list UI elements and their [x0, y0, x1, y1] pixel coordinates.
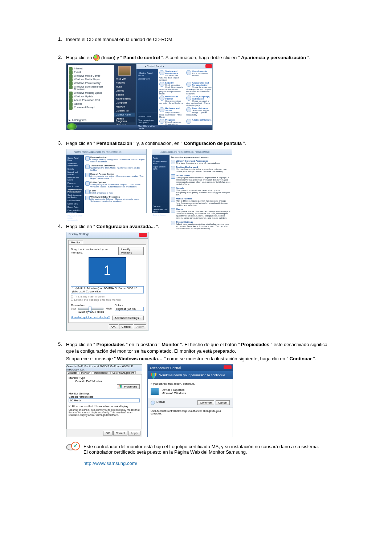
- text: ".: [156, 224, 159, 229]
- uac-footer: User Account Control helps stop unauthor…: [148, 407, 233, 417]
- step-number: 3.: [58, 140, 66, 213]
- screenshot-display-settings: Display Settings Monitor Drag the icons …: [66, 232, 148, 331]
- start-orb-icon: [93, 54, 100, 61]
- panel-side-item: Adjust font size (DPI): [153, 166, 168, 170]
- personalization-item: Window Color and AppearanceFine tune the…: [171, 160, 230, 164]
- window-title: Display Settings: [69, 232, 89, 236]
- bold-propiedades2: Propiedades: [241, 342, 269, 347]
- panel-side-item: Appearance and Personalization: [68, 189, 83, 193]
- panel-side-item: Change desktop icons: [153, 160, 168, 165]
- text: ".: [313, 356, 316, 361]
- monitor-type-label: Monitor Type: [69, 376, 140, 380]
- appearance-item: FontsInstall or remove a font: [85, 190, 145, 194]
- start-menu-right-item: Default Programs: [114, 117, 135, 123]
- start-menu-right-item: Music: [114, 85, 135, 89]
- tab-adapter: Adapter: [66, 371, 79, 374]
- text: " en la pestaña ": [126, 342, 160, 347]
- cp-category: Network and InternetView network status …: [159, 96, 185, 106]
- panel-side-item: Clock, Language, and Region: [68, 194, 83, 198]
- appearance-item: PersonalizationChange desktop background…: [85, 156, 145, 163]
- checkmark-icon: ✓: [71, 442, 80, 450]
- personalization-item: SoundsChange which sounds are heard when…: [171, 187, 230, 196]
- personalization-item: Desktop BackgroundChoose from available …: [171, 166, 230, 173]
- cp-category: System and MaintenanceGet started with W…: [159, 70, 185, 81]
- advanced-settings-button: Advanced Settings...: [112, 316, 144, 320]
- all-programs-link: ▶All Programs: [69, 119, 86, 122]
- panel-side-item: Hardware and Sound: [68, 177, 83, 181]
- step2-paragraph: Haga clic en (Inicio) y " Panel de contr…: [66, 54, 334, 61]
- text: (Inicio) y ": [101, 55, 122, 60]
- samsung-url: http://www.samsung.com/: [83, 461, 137, 466]
- appearance-item: Taskbar and Start MenuCustomize the Star…: [85, 165, 145, 171]
- apply-button: Apply: [128, 431, 140, 436]
- panel-side-item: Security: [68, 168, 83, 170]
- ok-button: OK: [103, 431, 113, 436]
- text: " como se muestra en la ilustración sigu…: [164, 356, 288, 361]
- properties-button: Properties: [117, 384, 140, 389]
- start-menu-item: Windows Live Messenger Download: [69, 85, 113, 90]
- uac-title: User Account Control: [150, 366, 181, 370]
- info-note: ✓ Este controlador del monitor está bajo…: [66, 444, 334, 466]
- step-number: 4.: [58, 223, 66, 332]
- bold-windows-necesita: Windows necesita…: [117, 356, 163, 361]
- cp-category: Additional Options: [186, 119, 212, 127]
- control-panel-sidebar: • Control Panel Home Classic View Recent…: [136, 69, 158, 125]
- step5-paragraph-2: Si aparece el mensaje " Windows necesita…: [66, 356, 334, 362]
- refresh-rate-label: Screen refresh rate:: [69, 395, 140, 398]
- start-menu-left: InternetE-mailWindows Media CenterWindow…: [68, 65, 114, 122]
- close-icon: [205, 64, 212, 68]
- step1-paragraph: Inserte el CD del manual en la unidad de…: [66, 36, 334, 43]
- breadcrumb: › Appearance and Personalization › Perso…: [160, 151, 209, 153]
- uac-cancel-button: Cancel: [216, 400, 230, 405]
- personalization-item: Display SettingsAdjust your monitor reso…: [171, 221, 230, 230]
- monitor-select: 1. (Multiple Monitors) on NVIDIA GeForce…: [71, 286, 144, 293]
- breadcrumb: • Control Panel •: [145, 65, 164, 68]
- start-menu-right-item: miss-yoh: [114, 77, 135, 81]
- panel-side-item: User Accounts: [68, 185, 83, 187]
- panel-side-item: Change desktop background: [68, 209, 83, 214]
- text: Haga clic en ": [66, 224, 95, 229]
- cp-category: Appearance and PersonalizationChange the…: [186, 82, 212, 95]
- screenshot-appearance: Control Panel › Appearance and Personali…: [66, 149, 147, 213]
- start-menu-right-item: Control Panel: [114, 113, 135, 117]
- low-label: Low: [71, 307, 76, 310]
- bold-text-config-avanzada: Configuración avanzada...: [96, 224, 155, 229]
- start-menu-item: Games: [69, 102, 113, 105]
- bold-text-panel-de-control: Panel de control: [123, 55, 160, 60]
- text: ".: [307, 55, 310, 60]
- start-menu-right-item: Pictures: [114, 81, 135, 85]
- uac-heading: Windows needs your permission to contion…: [159, 373, 226, 377]
- cp-category: Ease of AccessLet Windows suggest settin…: [186, 107, 212, 118]
- start-menu-item: Windows Meeting Space: [69, 92, 113, 94]
- text: Haga clic en ": [66, 342, 95, 347]
- text: ".: [243, 141, 246, 146]
- personalization-item: ThemeChange the theme. Themes can change…: [171, 208, 230, 219]
- close-icon: [139, 233, 147, 237]
- appearance-item: Windows Sidebar PropertiesAdd gadgets to…: [85, 196, 145, 202]
- start-menu-right-item: Connect To: [114, 109, 135, 113]
- bold-text-config-pantalla: Configuración de pantalla: [184, 141, 242, 146]
- bold-text-apariencia: Apariencia y personalización: [241, 55, 306, 60]
- step3-paragraph: Haga clic en " Personalización " y, a co…: [66, 140, 334, 147]
- cancel-button: Cancel: [113, 431, 127, 436]
- cp-category: SecurityCheck for updates · Check this c…: [159, 82, 185, 95]
- ok-button: OK: [109, 324, 118, 329]
- cancel-button: Cancel: [119, 324, 133, 329]
- screenshot-monitor-properties: Generic PnP Monitor and NVIDIA GeForce 6…: [66, 364, 142, 437]
- monitor-number: 1: [103, 263, 111, 278]
- monitor-preview: 1: [89, 257, 126, 284]
- panel-side-item: System and Maintenance: [68, 162, 83, 167]
- checkbox-hide-modes: Hide modes that this monitor cannot disp…: [72, 405, 128, 408]
- tab-color-management: Color Management: [110, 371, 136, 374]
- cp-category: ProgramsUninstall a program · Change sta…: [159, 119, 185, 127]
- text: ". El hecho de que el botón ": [180, 342, 240, 347]
- hide-modes-hint: Clearing this check box allows you to se…: [69, 409, 140, 416]
- bold-continuar: Continuar: [290, 356, 312, 361]
- panel-side-item: Tasks: [153, 157, 168, 159]
- cp-category: User AccountsAdd or remove user accounts: [186, 70, 212, 81]
- personalization-item: Mouse PointersPick a different mouse poi…: [171, 198, 230, 206]
- note-line1: Este controlador del monitor está bajo e…: [83, 444, 319, 449]
- cp-category: Clock, Language, and RegionChange keyboa…: [186, 96, 212, 106]
- start-menu-item: Windows Media Center: [69, 74, 113, 77]
- screenshot-personalization: › Appearance and Personalization › Perso…: [152, 149, 232, 213]
